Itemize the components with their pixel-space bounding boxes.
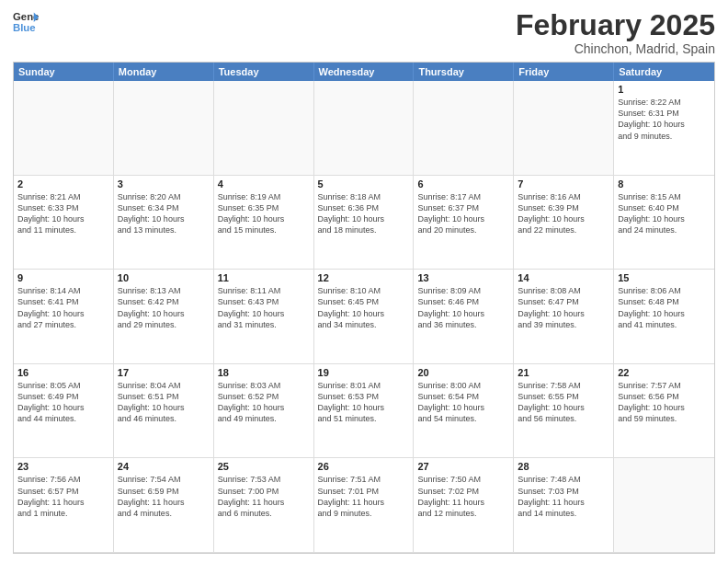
cal-header-cell: Tuesday: [214, 63, 314, 81]
day-number: 4: [218, 178, 310, 190]
day-number: 8: [618, 178, 711, 190]
cal-header-cell: Friday: [514, 63, 614, 81]
cal-cell: 15Sunrise: 8:06 AM Sunset: 6:48 PM Dayli…: [614, 270, 714, 364]
cell-info: Sunrise: 7:50 AM Sunset: 7:02 PM Dayligh…: [417, 474, 509, 519]
cal-cell: 25Sunrise: 7:53 AM Sunset: 7:00 PM Dayli…: [214, 458, 314, 553]
cal-header-cell: Thursday: [414, 63, 514, 81]
day-number: 21: [518, 367, 609, 378]
location: Chinchon, Madrid, Spain: [516, 41, 715, 56]
calendar: SundayMondayTuesdayWednesdayThursdayFrid…: [13, 62, 715, 554]
cell-info: Sunrise: 8:04 AM Sunset: 6:51 PM Dayligh…: [118, 380, 210, 425]
cell-info: Sunrise: 7:57 AM Sunset: 6:56 PM Dayligh…: [618, 380, 711, 425]
calendar-body: 1Sunrise: 8:22 AM Sunset: 6:31 PM Daylig…: [14, 81, 714, 553]
cell-info: Sunrise: 8:18 AM Sunset: 6:36 PM Dayligh…: [318, 191, 410, 236]
day-number: 23: [17, 461, 109, 472]
cal-cell: 22Sunrise: 7:57 AM Sunset: 6:56 PM Dayli…: [614, 364, 714, 459]
cell-info: Sunrise: 8:11 AM Sunset: 6:43 PM Dayligh…: [218, 285, 310, 330]
cell-info: Sunrise: 8:19 AM Sunset: 6:35 PM Dayligh…: [218, 191, 310, 236]
cell-info: Sunrise: 8:14 AM Sunset: 6:41 PM Dayligh…: [17, 285, 109, 330]
day-number: 13: [417, 272, 509, 283]
day-number: 7: [518, 178, 609, 190]
cell-info: Sunrise: 8:10 AM Sunset: 6:45 PM Dayligh…: [318, 285, 410, 330]
day-number: 3: [118, 178, 210, 190]
cell-info: Sunrise: 8:22 AM Sunset: 6:31 PM Dayligh…: [618, 97, 711, 142]
day-number: 1: [618, 84, 711, 95]
cal-cell: 20Sunrise: 8:00 AM Sunset: 6:54 PM Dayli…: [414, 364, 514, 459]
cal-cell: 12Sunrise: 8:10 AM Sunset: 6:45 PM Dayli…: [314, 270, 415, 364]
cal-header-cell: Sunday: [14, 63, 114, 81]
cell-info: Sunrise: 7:54 AM Sunset: 6:59 PM Dayligh…: [118, 474, 210, 519]
cell-info: Sunrise: 7:53 AM Sunset: 7:00 PM Dayligh…: [218, 474, 310, 519]
day-number: 19: [318, 367, 410, 378]
cell-info: Sunrise: 7:56 AM Sunset: 6:57 PM Dayligh…: [17, 474, 109, 519]
cell-info: Sunrise: 8:01 AM Sunset: 6:53 PM Dayligh…: [318, 380, 410, 425]
cal-cell: [14, 81, 114, 176]
cal-cell: [514, 81, 614, 176]
cal-header-cell: Monday: [114, 63, 214, 81]
cell-info: Sunrise: 8:03 AM Sunset: 6:52 PM Dayligh…: [218, 380, 310, 425]
cal-cell: 27Sunrise: 7:50 AM Sunset: 7:02 PM Dayli…: [414, 458, 514, 553]
calendar-header: SundayMondayTuesdayWednesdayThursdayFrid…: [14, 63, 714, 81]
logo-icon: General Blue: [13, 9, 39, 35]
cal-cell: 1Sunrise: 8:22 AM Sunset: 6:31 PM Daylig…: [614, 81, 714, 176]
day-number: 18: [218, 367, 310, 378]
cal-cell: 17Sunrise: 8:04 AM Sunset: 6:51 PM Dayli…: [114, 364, 214, 459]
day-number: 17: [118, 367, 210, 378]
cal-cell: 7Sunrise: 8:16 AM Sunset: 6:39 PM Daylig…: [514, 176, 614, 270]
cal-cell: [214, 81, 314, 176]
day-number: 5: [318, 178, 410, 190]
day-number: 12: [318, 272, 410, 283]
logo: General Blue: [13, 9, 39, 35]
cell-info: Sunrise: 8:16 AM Sunset: 6:39 PM Dayligh…: [518, 191, 609, 236]
day-number: 9: [17, 272, 109, 283]
day-number: 24: [118, 461, 210, 472]
cal-cell: 13Sunrise: 8:09 AM Sunset: 6:46 PM Dayli…: [414, 270, 514, 364]
cal-cell: 21Sunrise: 7:58 AM Sunset: 6:55 PM Dayli…: [514, 364, 614, 459]
cell-info: Sunrise: 8:13 AM Sunset: 6:42 PM Dayligh…: [118, 285, 210, 330]
cal-cell: 3Sunrise: 8:20 AM Sunset: 6:34 PM Daylig…: [114, 176, 214, 270]
cal-cell: 23Sunrise: 7:56 AM Sunset: 6:57 PM Dayli…: [14, 458, 114, 553]
cal-cell: 18Sunrise: 8:03 AM Sunset: 6:52 PM Dayli…: [214, 364, 314, 459]
cell-info: Sunrise: 7:48 AM Sunset: 7:03 PM Dayligh…: [518, 474, 609, 519]
day-number: 20: [417, 367, 509, 378]
cell-info: Sunrise: 8:21 AM Sunset: 6:33 PM Dayligh…: [17, 191, 109, 236]
cal-cell: 28Sunrise: 7:48 AM Sunset: 7:03 PM Dayli…: [514, 458, 614, 553]
header: General Blue February 2025 Chinchon, Mad…: [13, 9, 715, 56]
cal-cell: 19Sunrise: 8:01 AM Sunset: 6:53 PM Dayli…: [314, 364, 415, 459]
cal-cell: 24Sunrise: 7:54 AM Sunset: 6:59 PM Dayli…: [114, 458, 214, 553]
cal-cell: 5Sunrise: 8:18 AM Sunset: 6:36 PM Daylig…: [314, 176, 415, 270]
cal-cell: 2Sunrise: 8:21 AM Sunset: 6:33 PM Daylig…: [14, 176, 114, 270]
cal-header-cell: Saturday: [614, 63, 714, 81]
day-number: 2: [17, 178, 109, 190]
cell-info: Sunrise: 8:17 AM Sunset: 6:37 PM Dayligh…: [417, 191, 509, 236]
month-title: February 2025: [516, 9, 715, 41]
cal-cell: 16Sunrise: 8:05 AM Sunset: 6:49 PM Dayli…: [14, 364, 114, 459]
day-number: 16: [17, 367, 109, 378]
cal-cell: 11Sunrise: 8:11 AM Sunset: 6:43 PM Dayli…: [214, 270, 314, 364]
day-number: 22: [618, 367, 711, 378]
cal-cell: 26Sunrise: 7:51 AM Sunset: 7:01 PM Dayli…: [314, 458, 415, 553]
cell-info: Sunrise: 8:09 AM Sunset: 6:46 PM Dayligh…: [417, 285, 509, 330]
cal-cell: [614, 458, 714, 553]
day-number: 25: [218, 461, 310, 472]
cal-header-cell: Wednesday: [314, 63, 415, 81]
cal-cell: 10Sunrise: 8:13 AM Sunset: 6:42 PM Dayli…: [114, 270, 214, 364]
cal-cell: [414, 81, 514, 176]
cal-cell: 14Sunrise: 8:08 AM Sunset: 6:47 PM Dayli…: [514, 270, 614, 364]
cal-cell: [114, 81, 214, 176]
cell-info: Sunrise: 8:15 AM Sunset: 6:40 PM Dayligh…: [618, 191, 711, 236]
cal-cell: 4Sunrise: 8:19 AM Sunset: 6:35 PM Daylig…: [214, 176, 314, 270]
day-number: 11: [218, 272, 310, 283]
day-number: 6: [417, 178, 509, 190]
day-number: 28: [518, 461, 609, 472]
cell-info: Sunrise: 8:00 AM Sunset: 6:54 PM Dayligh…: [417, 380, 509, 425]
cal-cell: [314, 81, 415, 176]
day-number: 27: [417, 461, 509, 472]
day-number: 10: [118, 272, 210, 283]
day-number: 26: [318, 461, 410, 472]
title-block: February 2025 Chinchon, Madrid, Spain: [516, 9, 715, 56]
cell-info: Sunrise: 8:05 AM Sunset: 6:49 PM Dayligh…: [17, 380, 109, 425]
day-number: 15: [618, 272, 711, 283]
cell-info: Sunrise: 7:51 AM Sunset: 7:01 PM Dayligh…: [318, 474, 410, 519]
svg-text:Blue: Blue: [13, 22, 36, 33]
